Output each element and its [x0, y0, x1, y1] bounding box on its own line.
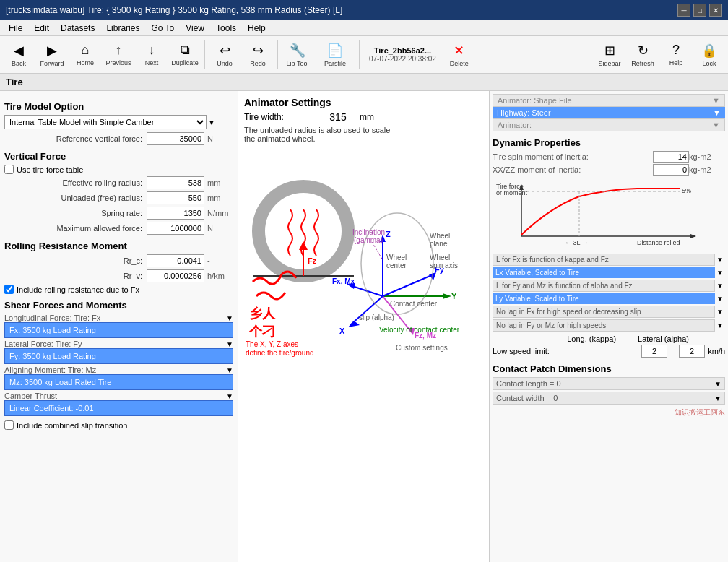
page-title-bar: Tire: [0, 74, 728, 91]
contact-width-arrow: ▼: [714, 394, 722, 402]
aligning-moment-button[interactable]: Mz: 3500 kg Load Rated Tire: [4, 374, 233, 390]
longitudinal-force-label: Longitudinal Force: Tire: Fx: [4, 314, 100, 322]
eff-rolling-radius-input[interactable]: [147, 176, 204, 189]
duplicate-icon: ⧉: [181, 43, 190, 58]
l-fx-label: L for Fx is function of kappa and Fz: [493, 254, 715, 266]
svg-text:define the tire/ground: define the tire/ground: [246, 349, 314, 357]
use-tire-force-checkbox[interactable]: [4, 165, 14, 174]
combined-slip-row: Include combined slip transition: [4, 420, 233, 430]
menu-datasets[interactable]: Datasets: [55, 22, 100, 35]
tire-force-graph: Tire force or moment 5% ← 3L → Distance …: [493, 178, 709, 251]
svg-text:X: X: [339, 327, 345, 335]
tire-width-value: 315: [316, 111, 360, 123]
lateral-force-label: Lateral Force: Tire: Fy: [4, 340, 82, 348]
unloaded-radius-input[interactable]: [147, 191, 204, 204]
back-button[interactable]: ◀ Back: [3, 38, 35, 72]
delete-button[interactable]: ✕ Delete: [443, 38, 475, 72]
forward-button[interactable]: ▶ Forward: [36, 38, 68, 72]
svg-text:Z: Z: [386, 230, 391, 238]
eff-rolling-radius-unit: mm: [204, 178, 233, 187]
animator-shape-section: Animator: Shape File ▼ Highway: Steer ▼ …: [493, 94, 725, 131]
libtool-button[interactable]: 🔧 Lib Tool: [282, 38, 313, 72]
lock-button[interactable]: 🔒 Lock: [693, 38, 725, 72]
menu-help[interactable]: Help: [242, 22, 272, 35]
ly-variable-dropdown[interactable]: Ly Variable, Scaled to Tire: [493, 293, 715, 304]
help-label: Help: [670, 59, 683, 66]
animator-note: The unloaded radius is also used to scal…: [244, 126, 403, 143]
ly-variable-dropdown-row[interactable]: Ly Variable, Scaled to Tire ▼: [493, 293, 725, 304]
duplicate-button[interactable]: ⧉ Duplicate: [169, 38, 201, 72]
shear-forces-title: Shear Forces and Moments: [4, 300, 233, 311]
tire-model-title: Tire Model Option: [4, 101, 233, 112]
lateral-force-button[interactable]: Fy: 3500 kg Load Rating: [4, 348, 233, 364]
camber-thrust-header: Camber Thrust ▼: [4, 392, 233, 400]
longitudinal-force-button[interactable]: Fx: 3500 kg Load Rating: [4, 322, 233, 338]
rr-v-label: Rr_v:: [4, 272, 147, 280]
previous-button[interactable]: ↑ Previous: [103, 38, 134, 72]
diagram-container: Fz Z Y X Fz, Mz: [238, 152, 489, 354]
maximize-button[interactable]: □: [693, 4, 706, 17]
combined-slip-checkbox[interactable]: [4, 420, 14, 430]
menu-libraries[interactable]: Libraries: [100, 22, 145, 35]
redo-label: Redo: [250, 60, 266, 67]
home-button[interactable]: ⌂ Home: [69, 38, 101, 72]
rr-v-input[interactable]: [147, 269, 204, 282]
lx-variable-dropdown-row[interactable]: Lx Variable, Scaled to Tire ▼: [493, 267, 725, 278]
undo-label: Undo: [217, 60, 233, 67]
tire-model-select[interactable]: Internal Table Model with Simple Camber: [4, 115, 207, 129]
low-speed-label: Low speed limit:: [493, 347, 641, 355]
help-button[interactable]: ? Help: [660, 38, 692, 72]
max-allowed-force-unit: N: [204, 224, 233, 233]
file-info: Tire_2bb56a2... 07-07-2022 20:38:02: [369, 46, 436, 63]
lx-variable-dropdown[interactable]: Lx Variable, Scaled to Tire: [493, 267, 715, 278]
parsfile-button[interactable]: 📄 Parsfile: [315, 38, 355, 72]
svg-text:The X, Y, Z axes: The X, Y, Z axes: [246, 340, 298, 348]
highway-steer-dropdown[interactable]: Highway: Steer ▼: [493, 107, 725, 118]
kappa-low-speed-input[interactable]: [641, 345, 667, 358]
undo-button[interactable]: ↩ Undo: [209, 38, 240, 72]
close-button[interactable]: ✕: [709, 4, 722, 17]
rolling-resistance-title: Rolling Resistance Moment: [4, 241, 233, 251]
title-text: [trucksimdata waibu] Tire; { 3500 kg Rat…: [6, 5, 342, 15]
toolbar-separator-2: [277, 40, 278, 69]
svg-text:个刁: 个刁: [248, 324, 275, 339]
svg-line-26: [372, 242, 383, 260]
menu-goto[interactable]: Go To: [145, 22, 180, 35]
use-tire-force-row: Use tire force table: [4, 165, 233, 174]
tire-model-dropdown-row: Internal Table Model with Simple Camber …: [4, 115, 233, 129]
menu-view[interactable]: View: [180, 22, 210, 35]
speed-limit-headers: Long. (kappa) Lateral (alpha): [493, 334, 725, 343]
contact-width-label: Contact width = 0: [496, 394, 714, 402]
animator-shape-label: Animator: Shape File: [498, 96, 572, 105]
alpha-low-speed-input[interactable]: [679, 345, 705, 358]
tire-width-unit: mm: [360, 112, 381, 122]
undo-icon: ↩: [220, 43, 230, 59]
back-icon: ◀: [14, 43, 24, 59]
use-tire-force-label: Use tire force table: [17, 165, 83, 174]
svg-text:Distance rolled: Distance rolled: [637, 239, 680, 246]
ref-vert-force-row: Reference vertical force: N: [4, 132, 233, 145]
minimize-button[interactable]: ─: [677, 4, 690, 17]
sidebar-button[interactable]: ⊞ Sidebar: [594, 38, 625, 72]
camber-thrust-label: Camber Thrust: [4, 392, 57, 400]
l-fx-dropdown-row: L for Fx is function of kappa and Fz ▼: [493, 254, 725, 266]
menu-file[interactable]: File: [3, 22, 28, 35]
next-button[interactable]: ↓ Next: [136, 38, 168, 72]
alpha-header: Lateral (alpha): [638, 334, 689, 343]
spring-rate-input[interactable]: [147, 207, 204, 220]
rr-c-input[interactable]: [147, 254, 204, 267]
camber-thrust-button[interactable]: Linear Coefficient: -0.01: [4, 400, 233, 416]
xx-zz-inertia-input[interactable]: [653, 164, 689, 176]
refresh-button[interactable]: ↻ Refresh: [627, 38, 659, 72]
menu-tools[interactable]: Tools: [210, 22, 242, 35]
tire-spin-inertia-input[interactable]: [653, 151, 689, 163]
rolling-resistance-fx-checkbox[interactable]: [4, 285, 14, 294]
ref-vert-force-input[interactable]: [147, 132, 204, 145]
svg-text:Velocity of contact center: Velocity of contact center: [379, 326, 460, 334]
max-allowed-force-row: Maximum allowed force: N: [4, 222, 233, 235]
redo-button[interactable]: ↪ Redo: [242, 38, 274, 72]
tire-spin-inertia-label: Tire spin moment of inertia:: [493, 152, 653, 161]
combined-slip-label: Include combined slip transition: [17, 421, 127, 430]
menu-edit[interactable]: Edit: [28, 22, 55, 35]
max-allowed-force-input[interactable]: [147, 222, 204, 235]
